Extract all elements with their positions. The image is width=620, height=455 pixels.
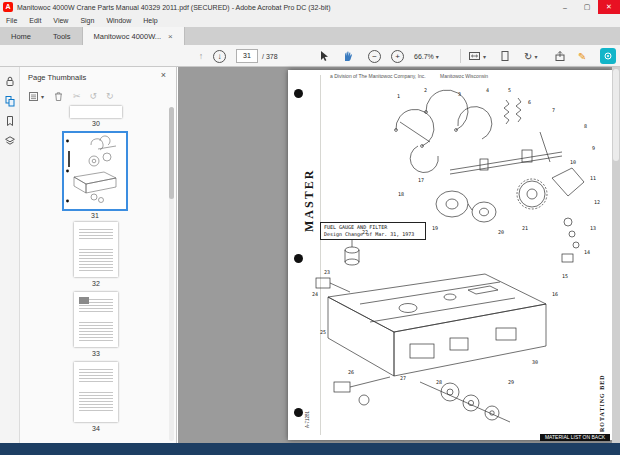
document-area[interactable]: a Division of The Manitowoc Company, Inc… [178,67,620,443]
document-page: a Division of The Manitowoc Company, Inc… [288,70,612,440]
svg-text:9: 9 [592,145,595,151]
tab-tools[interactable]: Tools [42,27,82,45]
svg-text:21: 21 [522,225,528,231]
hand-tool-button[interactable] [342,48,354,64]
svg-text:4: 4 [486,87,489,93]
fit-width-button[interactable]: ▾ [468,48,486,64]
minus-icon: − [368,50,381,63]
svg-text:12: 12 [594,199,600,205]
single-page-icon [500,50,510,62]
cursor-icon [318,50,330,62]
arrow-down-icon: ↓ [213,50,226,63]
layers-panel-button[interactable] [4,135,16,147]
zoom-out-button[interactable]: − [368,48,381,64]
status-bar [0,443,620,455]
security-lock-button[interactable] [4,75,16,87]
document-scrollbar[interactable] [612,67,620,443]
next-page-button[interactable]: ↓ [213,48,226,64]
svg-text:14: 14 [584,249,590,255]
svg-text:18: 18 [398,191,404,197]
navigation-rail [0,67,20,443]
page-view-button[interactable] [500,48,510,64]
menu-view[interactable]: View [47,14,74,27]
thumbnail-label-34: 34 [74,425,118,432]
delete-page-button[interactable] [53,91,64,102]
page-number-input[interactable]: 31 [236,49,258,63]
share-icon [554,50,566,62]
svg-text:24: 24 [312,291,318,297]
panel-scrollbar-thumb[interactable] [169,107,174,199]
page-thumbnails-panel-button[interactable] [4,95,16,107]
thumbnail-page-32[interactable] [74,222,118,277]
menu-file[interactable]: File [0,14,23,27]
cut-page-button[interactable]: ✂ [73,91,81,101]
svg-text:7: 7 [552,107,555,113]
zoom-in-button[interactable]: + [391,48,404,64]
share-button[interactable] [554,48,566,64]
fit-width-icon [468,50,481,62]
select-tool-button[interactable] [318,48,330,64]
tab-document[interactable]: Manitowoc 4000W... × [82,27,185,45]
zoom-level-dropdown[interactable]: 66.7% ▾ [414,48,439,64]
panel-scrollbar[interactable] [169,107,174,441]
tab-home[interactable]: Home [0,27,42,45]
ai-assistant-button[interactable] [600,48,616,64]
thumbnail-image-block [79,297,89,304]
bookmarks-panel-button[interactable] [4,115,16,127]
svg-text:11: 11 [590,175,596,181]
highlighter-icon: ✎ [578,51,586,62]
page-thumbnails-panel: Page Thumbnails × ▾ ✂ ↺ ↻ 30 [20,67,177,443]
panel-close-icon[interactable]: × [161,70,166,80]
material-list-label: MATERIAL LIST ON BACK [540,434,610,441]
scissors-icon: ✂ [73,91,81,101]
svg-text:30: 30 [532,359,538,365]
page-header-right: Manitowoc Wisconsin [440,73,488,79]
thumbnail-diagram [64,133,126,209]
svg-text:17: 17 [418,177,424,183]
highlight-button[interactable]: ✎ [578,48,586,64]
bookmark-icon [4,115,16,127]
thumbnail-page-31[interactable] [64,133,126,209]
svg-text:6: 6 [528,99,531,105]
toolbar-divider [460,49,461,63]
page-thumbnails-icon [4,95,16,107]
svg-text:16: 16 [552,291,558,297]
rotate-cw-button[interactable]: ↻ [106,91,114,101]
minimize-button[interactable]: – [554,0,576,14]
thumbnail-label-31: 31 [64,212,126,219]
menu-window[interactable]: Window [100,14,137,27]
thumbnail-page-33[interactable] [74,292,118,347]
svg-text:23: 23 [324,269,330,275]
maximize-button[interactable]: ▢ [576,0,598,14]
thumbnail-text-lines [79,227,113,272]
options-icon [28,91,39,102]
rotate-icon: ↻ [524,51,532,62]
window-controls: – ▢ ✕ [554,0,620,14]
drawing-number: A-71281 [305,398,310,428]
thumbnail-label-33: 33 [74,350,118,357]
previous-page-button[interactable]: ↑ [194,48,208,64]
thumbnail-label-32: 32 [74,280,118,287]
svg-text:1: 1 [397,93,400,99]
thumbnail-page-30[interactable] [70,106,122,118]
tab-bar: Home Tools Manitowoc 4000W... × [0,27,620,45]
menu-sign[interactable]: Sign [74,14,100,27]
chevron-down-icon: ▾ [483,53,486,60]
thumbnail-page-34[interactable] [74,362,118,422]
chevron-down-icon: ▾ [41,93,44,100]
document-scrollbar-thumb[interactable] [613,69,619,161]
menu-help[interactable]: Help [137,14,163,27]
acrobat-window: A Manitowoc 4000W Crane Parts Manual 403… [0,0,620,455]
thumbnail-options-button[interactable]: ▾ [28,91,44,102]
menu-edit[interactable]: Edit [23,14,47,27]
exploded-parts-diagram: 1234567891011121314151617181920212223242… [300,82,612,435]
svg-text:27: 27 [400,375,406,381]
thumbnail-text-lines [79,367,113,417]
svg-text:26: 26 [348,369,354,375]
svg-text:13: 13 [590,225,596,231]
tab-close-icon[interactable]: × [168,32,173,41]
rotate-ccw-button[interactable]: ↺ [90,91,98,101]
svg-text:22: 22 [362,229,368,235]
close-button[interactable]: ✕ [598,0,620,14]
rotate-view-button[interactable]: ↻ ▾ [524,48,537,64]
